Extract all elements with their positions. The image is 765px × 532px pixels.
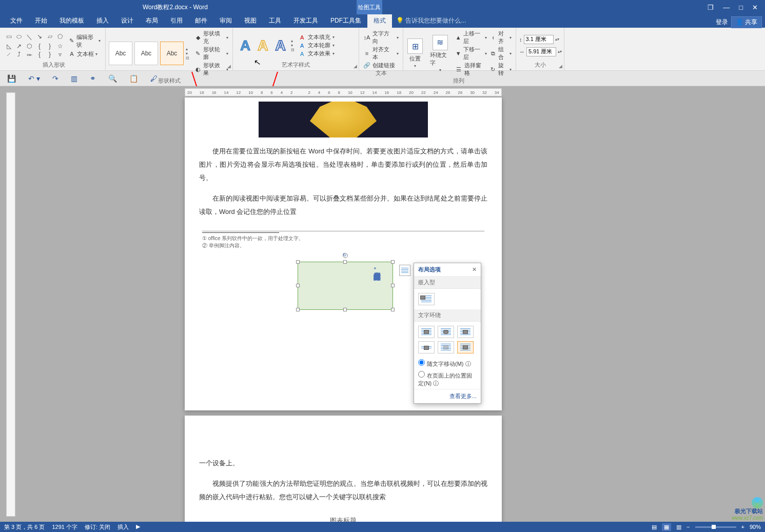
tab-home[interactable]: 开始 xyxy=(29,14,53,28)
resize-handle[interactable] xyxy=(296,308,300,311)
gallery-scroll-down[interactable]: ▾ xyxy=(186,51,189,56)
resize-handle[interactable] xyxy=(296,284,300,287)
height-input[interactable]: ↕▴▾ xyxy=(519,35,562,44)
tab-format[interactable]: 格式 xyxy=(367,14,392,28)
create-link-button[interactable]: 🔗创建链接 xyxy=(362,62,400,69)
wrap-text-button[interactable]: ≋环绕文字▾ xyxy=(427,34,453,73)
edit-shape-button[interactable]: ✎编辑形状▾ xyxy=(67,33,102,49)
track-changes-status[interactable]: 修订: 关闭 xyxy=(85,523,110,531)
wordart-item[interactable]: A xyxy=(258,37,268,54)
shape-style-item[interactable]: Abc xyxy=(134,42,158,65)
wordart-gallery[interactable]: A A A xyxy=(236,37,290,54)
insert-mode[interactable]: 插入 xyxy=(117,523,129,531)
document-page: 一个设备上。 视频提供了功能强大的方法帮助您证明您的观点。当您单击联机视频时，可… xyxy=(185,416,502,522)
tab-view[interactable]: 视图 xyxy=(238,14,263,28)
align-text-button[interactable]: ≡对齐文本▾ xyxy=(362,46,400,61)
rotate-button[interactable]: ↻旋转▾ xyxy=(489,62,513,77)
layout-behind[interactable] xyxy=(438,341,454,353)
layout-options-icon[interactable] xyxy=(399,265,410,276)
close-icon[interactable]: ✕ xyxy=(472,266,477,273)
maximize-button[interactable]: □ xyxy=(739,4,743,11)
text-box-button[interactable]: A文本框▾ xyxy=(67,50,102,58)
tab-pdf[interactable]: PDF工具集 xyxy=(324,14,367,28)
rotate-handle[interactable] xyxy=(343,253,348,258)
close-button[interactable]: ✕ xyxy=(752,4,758,11)
save-icon[interactable]: 💾 xyxy=(7,74,16,83)
shape-effects-button[interactable]: ◐形状效果▾ xyxy=(193,62,229,77)
word-count[interactable]: 1291 个字 xyxy=(52,523,77,531)
account-area: 登录 👤 共享 xyxy=(716,16,762,28)
tab-review[interactable]: 审阅 xyxy=(213,14,238,28)
bring-forward-button[interactable]: ▲上移一层▾ xyxy=(454,30,488,45)
layout-inline[interactable] xyxy=(418,293,435,305)
minimize-button[interactable]: — xyxy=(723,4,730,11)
resize-handle[interactable] xyxy=(391,284,395,287)
view-read-icon[interactable]: ▤ xyxy=(652,524,657,530)
zoom-slider[interactable] xyxy=(695,526,736,528)
view-web-icon[interactable]: ▥ xyxy=(676,524,681,530)
tab-tools[interactable]: 工具 xyxy=(263,14,287,28)
dialog-launcher[interactable]: ◢ xyxy=(354,64,357,69)
see-more-link[interactable]: 查看更多... xyxy=(414,389,481,403)
tab-templates[interactable]: 我的模板 xyxy=(53,14,90,28)
wordart-item[interactable]: A xyxy=(275,37,285,54)
tab-references[interactable]: 引用 xyxy=(164,14,189,28)
paragraph: 使用在需要位置出现的新按钮在 Word 中保存时间。若要更改图片适应文档的方式，… xyxy=(185,137,502,192)
shape-style-item[interactable]: Abc xyxy=(109,42,132,65)
dialog-launcher[interactable]: ◢ xyxy=(227,64,231,69)
position-button[interactable]: ⊞位置▾ xyxy=(404,37,426,69)
text-outline-button[interactable]: A文本轮廓▾ xyxy=(298,42,336,49)
tab-design[interactable]: 设计 xyxy=(115,14,140,28)
wordart-item[interactable]: A xyxy=(240,37,250,54)
move-with-text-radio[interactable]: 随文字移动(M) ⓘ xyxy=(414,358,481,369)
tab-file[interactable]: 文件 xyxy=(4,14,29,28)
shape-outline-button[interactable]: ✎形状轮廓▾ xyxy=(193,46,229,61)
text-direction-button[interactable]: ↕A文字方向▾ xyxy=(362,30,400,45)
tab-insert[interactable]: 插入 xyxy=(90,14,115,28)
resize-handle[interactable] xyxy=(343,260,347,264)
layout-square[interactable] xyxy=(418,326,435,338)
selection-pane-button[interactable]: ☰选择窗格 xyxy=(454,62,488,77)
qat-icon[interactable]: ⚭ xyxy=(90,74,96,83)
document-image xyxy=(259,102,428,137)
ribbon-options-icon[interactable]: ❐ xyxy=(708,4,714,11)
tab-layout[interactable]: 布局 xyxy=(140,14,164,28)
group-wordart-styles: A A A ▴▾⊟ A文本填充▾ A文本轮廓▾ A文本效果▾ 艺术字样式 ◢ xyxy=(233,28,359,70)
shapes-gallery[interactable]: ▭⬭＼↘▱⬠ ◺↗⬡{}☆ ⟋⤴⬰{}▿ xyxy=(5,33,64,58)
layout-through[interactable] xyxy=(457,326,474,338)
text-effects-button[interactable]: A文本效果▾ xyxy=(298,50,336,57)
group-button[interactable]: ⧉组合▾ xyxy=(489,46,513,61)
undo-icon[interactable]: ↶ ▾ xyxy=(28,74,40,83)
gallery-scroll-up[interactable]: ▴ xyxy=(186,47,189,51)
share-button[interactable]: 👤 共享 xyxy=(731,16,762,28)
gallery-more[interactable]: ⊟ xyxy=(186,56,189,61)
align-button[interactable]: ⫞对齐▾ xyxy=(489,30,513,45)
view-print-icon[interactable]: ▦ xyxy=(662,523,671,531)
login-link[interactable]: 登录 xyxy=(716,18,728,27)
zoom-in-icon[interactable]: + xyxy=(741,524,744,530)
resize-handle[interactable] xyxy=(296,260,300,264)
send-backward-button[interactable]: ▼下移一层▾ xyxy=(454,46,488,61)
redo-icon[interactable]: ↷ xyxy=(52,74,58,83)
resize-handle[interactable] xyxy=(343,308,347,311)
dialog-launcher[interactable]: ◢ xyxy=(559,64,562,69)
shape-style-item[interactable]: Abc xyxy=(160,42,184,65)
page-status[interactable]: 第 3 页，共 6 页 xyxy=(4,523,45,531)
tab-mail[interactable]: 邮件 xyxy=(189,14,213,28)
width-input[interactable]: ↔▴▾ xyxy=(519,47,562,56)
macro-icon[interactable]: ▶ xyxy=(136,523,140,531)
zoom-out-icon[interactable]: − xyxy=(686,524,690,530)
tab-dev[interactable]: 开发工具 xyxy=(287,14,324,28)
text-fill-button[interactable]: A文本填充▾ xyxy=(298,33,336,41)
qat-icon[interactable]: ▥ xyxy=(71,74,77,83)
zoom-level[interactable]: 90% xyxy=(750,524,761,530)
layout-topbottom[interactable] xyxy=(418,341,435,353)
resize-handle[interactable] xyxy=(391,308,395,311)
fix-position-radio[interactable]: 在页面上的位置固定(N) ⓘ xyxy=(414,369,481,389)
tell-me-search[interactable]: 💡 告诉我您想要做什么... xyxy=(392,14,470,28)
layout-tight[interactable] xyxy=(438,326,454,338)
layout-front[interactable] xyxy=(457,341,474,353)
resize-handle[interactable] xyxy=(391,260,395,264)
shape-style-gallery[interactable]: Abc Abc Abc xyxy=(109,42,184,65)
shape-fill-button[interactable]: ◆形状填充▾ xyxy=(193,30,229,45)
